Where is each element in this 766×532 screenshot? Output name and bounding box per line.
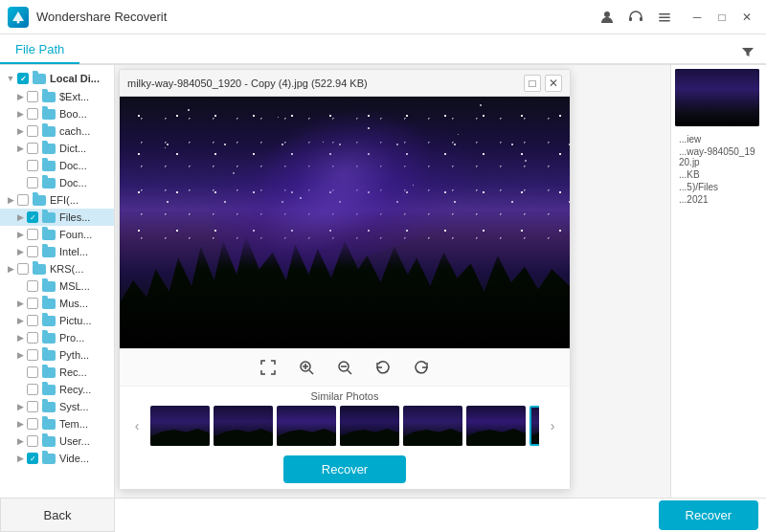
- sidebar-item-pyth[interactable]: ▶ Pyth...: [0, 346, 114, 364]
- filter-icon[interactable]: [737, 42, 758, 63]
- sidebar-item-boo[interactable]: ▶ Boo...: [0, 105, 114, 122]
- sidebar-item-recy[interactable]: Recy...: [0, 381, 114, 398]
- app-title: Wondershare Recoverit: [36, 10, 596, 24]
- svg-point-2: [604, 11, 610, 17]
- sidebar-item-dict[interactable]: ▶ Dict...: [0, 140, 114, 157]
- sidebar-root-item[interactable]: ▼ ✓ Local Di...: [0, 69, 114, 88]
- image-controls: [120, 348, 570, 387]
- checkbox-efi[interactable]: [17, 194, 29, 206]
- right-info-date: ...2021: [679, 194, 758, 205]
- sidebar-item-intel[interactable]: ▶ Intel...: [0, 243, 114, 260]
- close-button[interactable]: ✕: [735, 6, 758, 29]
- sidebar-item-foun[interactable]: ▶ Foun...: [0, 226, 114, 243]
- tree-checkbox-root[interactable]: ✓: [17, 73, 29, 84]
- minimize-button[interactable]: ─: [686, 6, 709, 29]
- modal-close-button[interactable]: ✕: [545, 75, 562, 92]
- checkbox-pict[interactable]: [27, 315, 38, 326]
- modal-maximize-button[interactable]: □: [524, 75, 541, 92]
- maximize-button[interactable]: □: [710, 6, 733, 29]
- tree-arrow-pict: ▶: [15, 316, 25, 325]
- tree-arrow-boo: ▶: [15, 109, 25, 119]
- tree-arrow-syst: ▶: [15, 402, 25, 411]
- checkbox-pyth[interactable]: [27, 349, 38, 361]
- thumbnail-4[interactable]: [340, 406, 399, 446]
- sidebar-item-syst[interactable]: ▶ Syst...: [0, 398, 114, 415]
- checkbox-mus[interactable]: [27, 298, 38, 309]
- checkbox-doc2[interactable]: [27, 177, 38, 188]
- checkbox-sext[interactable]: [27, 91, 38, 102]
- checkbox-tem[interactable]: [27, 418, 38, 430]
- folder-icon-intel: [42, 247, 56, 257]
- modal-recover-button[interactable]: Recover: [283, 455, 406, 483]
- user-icon[interactable]: [596, 6, 619, 29]
- tree-arrow-msl: [15, 281, 25, 291]
- sidebar-item-efi[interactable]: ▶ EFI(...: [0, 191, 114, 209]
- menu-icon[interactable]: [653, 6, 676, 29]
- checkbox-krs[interactable]: [17, 263, 29, 275]
- folder-icon-syst: [42, 402, 56, 412]
- next-thumbnail-button[interactable]: ›: [543, 416, 562, 435]
- checkbox-dict[interactable]: [27, 143, 38, 154]
- folder-icon-sext: [42, 92, 56, 102]
- sidebar-item-doc1[interactable]: Doc...: [0, 157, 114, 174]
- main-image-canvas: [120, 97, 570, 348]
- header-icons: [596, 6, 676, 29]
- thumbnail-3[interactable]: [277, 406, 336, 446]
- checkbox-msl[interactable]: [27, 280, 38, 292]
- tab-bar: File Path: [0, 34, 766, 65]
- recover-main-button[interactable]: Recover: [659, 500, 758, 530]
- title-bar: Wondershare Recoverit ─ □ ✕: [0, 0, 766, 34]
- sidebar-item-msl[interactable]: MSL...: [0, 277, 114, 295]
- sidebar-item-vide[interactable]: ▶ ✓ Vide...: [0, 450, 114, 467]
- zoom-out-button[interactable]: [332, 355, 357, 380]
- fullscreen-button[interactable]: [256, 355, 281, 380]
- sidebar-item-tem[interactable]: ▶ Tem...: [0, 415, 114, 432]
- sidebar-item-cach[interactable]: ▶ cach...: [0, 122, 114, 140]
- checkbox-intel[interactable]: [27, 246, 38, 257]
- right-info-filesize: ...KB: [679, 169, 758, 180]
- checkbox-syst[interactable]: [27, 401, 38, 412]
- checkbox-doc1[interactable]: [27, 160, 38, 171]
- right-panel: ...iew ...way-984050_1920.jp ...KB ...5)…: [670, 65, 766, 532]
- thumbnail-6[interactable]: [466, 406, 526, 446]
- thumbnail-5[interactable]: [403, 406, 462, 446]
- checkbox-recy[interactable]: [27, 384, 38, 395]
- sidebar-item-rec1[interactable]: Rec...: [0, 364, 114, 381]
- checkbox-cach[interactable]: [27, 125, 38, 137]
- folder-icon-doc2: [42, 178, 56, 188]
- sidebar-item-krs[interactable]: ▶ KRS(...: [0, 260, 114, 277]
- sidebar-item-user[interactable]: ▶ User...: [0, 432, 114, 450]
- rotate-left-button[interactable]: [371, 355, 395, 380]
- sidebar-item-files[interactable]: ▶ ✓ Files...: [0, 209, 114, 226]
- label-efi: EFI(...: [50, 194, 79, 206]
- checkbox-files[interactable]: ✓: [27, 211, 38, 223]
- checkbox-pro[interactable]: [27, 332, 38, 344]
- checkbox-boo[interactable]: [27, 108, 38, 120]
- folder-icon-krs: [33, 264, 46, 275]
- folder-icon-user: [42, 436, 56, 447]
- checkbox-foun[interactable]: [27, 229, 38, 240]
- sidebar-item-pict[interactable]: ▶ Pictu...: [0, 312, 114, 329]
- right-info-filepath: ...5)/Files: [679, 182, 758, 192]
- zoom-in-button[interactable]: [294, 355, 319, 380]
- sidebar-item-doc2[interactable]: Doc...: [0, 174, 114, 191]
- sidebar-item-pro[interactable]: ▶ Pro...: [0, 329, 114, 346]
- thumbnail-7[interactable]: [529, 406, 539, 446]
- svg-rect-7: [659, 20, 670, 22]
- checkbox-vide[interactable]: ✓: [27, 453, 38, 464]
- label-pyth: Pyth...: [59, 349, 89, 361]
- checkbox-user[interactable]: [27, 435, 38, 447]
- sidebar-item-sext[interactable]: ▶ $Ext...: [0, 88, 114, 105]
- checkbox-rec1[interactable]: [27, 366, 38, 378]
- back-button[interactable]: Back: [0, 498, 115, 532]
- right-info-preview: ...iew: [679, 134, 758, 144]
- prev-thumbnail-button[interactable]: ‹: [127, 416, 146, 435]
- sidebar-item-mus[interactable]: ▶ Mus...: [0, 295, 114, 312]
- thumbnail-1[interactable]: [150, 406, 210, 446]
- svg-line-13: [348, 370, 351, 374]
- rotate-right-button[interactable]: [409, 355, 434, 380]
- tab-file-path[interactable]: File Path: [0, 35, 79, 64]
- headset-icon[interactable]: [624, 6, 647, 29]
- thumbnail-2[interactable]: [214, 406, 273, 446]
- folder-icon-efi: [33, 195, 46, 206]
